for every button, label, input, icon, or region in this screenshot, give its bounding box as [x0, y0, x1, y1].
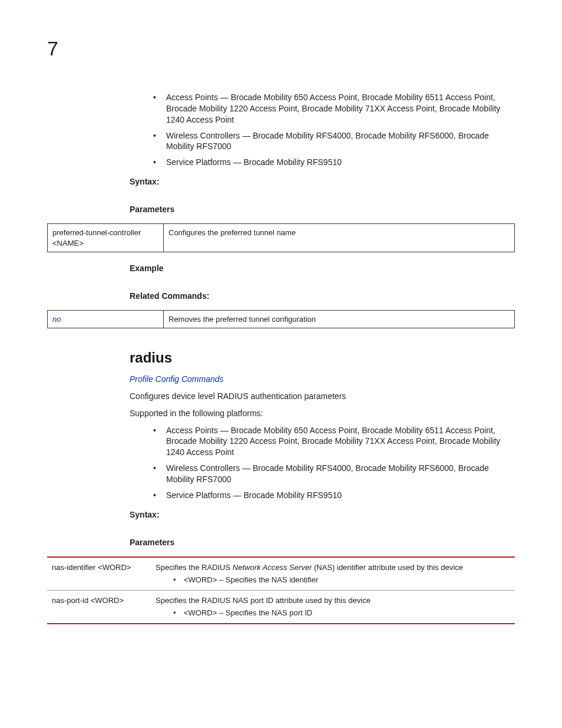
example-heading: Example — [130, 263, 515, 274]
list-item: Service Platforms — Brocade Mobility RFS… — [153, 490, 515, 501]
platform-list-2: Access Points — Brocade Mobility 650 Acc… — [153, 425, 515, 501]
platform-list-1: Access Points — Brocade Mobility 650 Acc… — [153, 92, 515, 168]
related-commands-heading: Related Commands: — [130, 291, 515, 302]
supported-platforms-label: Supported in the following platforms: — [130, 408, 515, 419]
list-item: Wireless Controllers — Brocade Mobility … — [153, 130, 515, 153]
parameters-table-1: preferred-tunnel-controller <NAME> Confi… — [47, 223, 515, 252]
no-command-link[interactable]: no — [52, 315, 61, 324]
list-item: Wireless Controllers — Brocade Mobility … — [153, 463, 515, 485]
parameters-heading: Parameters — [130, 204, 515, 215]
table-row: no Removes the preferred tunnel configur… — [48, 310, 515, 328]
list-item: Access Points — Brocade Mobility 650 Acc… — [153, 425, 515, 459]
parameters-table-2: nas-identifier <WORD> Specifies the RADI… — [47, 556, 515, 624]
param-desc: Specifies the RADIUS Network Access Serv… — [151, 557, 515, 591]
related-cmd-desc: Removes the preferred tunnel configurati… — [164, 310, 515, 328]
param-sub: <WORD> – Specifies the NAS port ID — [173, 608, 510, 618]
related-cmd-name[interactable]: no — [48, 310, 164, 328]
table-row: nas-port-id <WORD> Specifies the RADIUS … — [47, 590, 515, 624]
radius-description: Configures device level RADIUS authentic… — [130, 391, 515, 402]
param-name: preferred-tunnel-controller <NAME> — [48, 224, 164, 252]
profile-config-commands-link[interactable]: Profile Config Commands — [130, 374, 224, 384]
parameters-heading-2: Parameters — [130, 537, 515, 548]
param-name: nas-identifier <WORD> — [47, 557, 151, 591]
chapter-number: 7 — [47, 35, 515, 62]
param-name: nas-port-id <WORD> — [47, 590, 151, 624]
table-row: preferred-tunnel-controller <NAME> Confi… — [48, 224, 515, 252]
param-desc: Configures the preferred tunnel name — [164, 224, 515, 252]
syntax-heading-2: Syntax: — [130, 509, 515, 521]
radius-section-title: radius — [130, 348, 515, 367]
param-desc: Specifies the RADIUS NAS port ID attribu… — [151, 590, 515, 624]
list-item: Service Platforms — Brocade Mobility RFS… — [153, 157, 515, 168]
param-sub: <WORD> – Specifies the NAS identifier — [173, 575, 510, 585]
related-commands-table: no Removes the preferred tunnel configur… — [47, 310, 515, 329]
table-row: nas-identifier <WORD> Specifies the RADI… — [47, 557, 515, 591]
syntax-heading: Syntax: — [130, 176, 515, 187]
list-item: Access Points — Brocade Mobility 650 Acc… — [153, 92, 515, 126]
